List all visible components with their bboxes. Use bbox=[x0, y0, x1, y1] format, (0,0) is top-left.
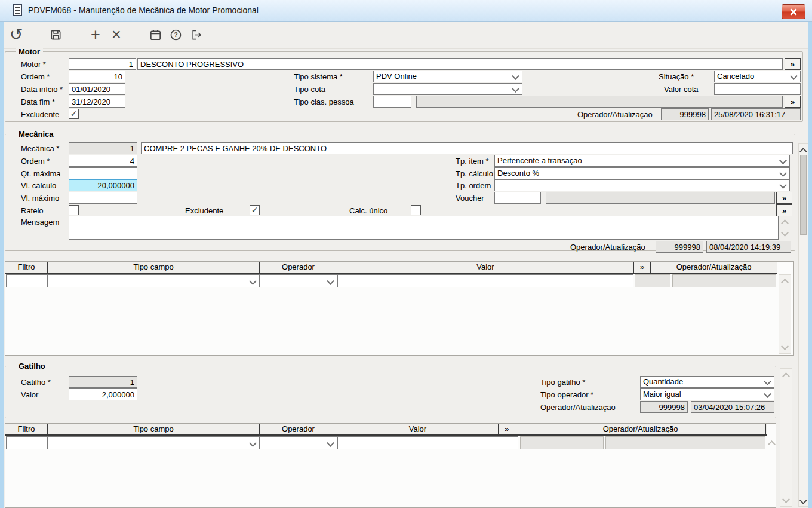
tipo-clas-pessoa-input[interactable] bbox=[373, 96, 411, 108]
mecanica-ordem-label: Ordem * bbox=[21, 157, 50, 166]
operador-cell bbox=[635, 274, 670, 287]
calendar-icon bbox=[149, 28, 162, 42]
scroll-up-icon[interactable] bbox=[781, 279, 789, 286]
tipo-cota-label: Tipo cota bbox=[294, 85, 325, 94]
add-button[interactable]: + bbox=[86, 25, 105, 44]
tipo-sistema-select[interactable]: PDV Online bbox=[373, 71, 522, 82]
tp-ordem-label: Tp. ordem bbox=[456, 181, 491, 190]
mecanica-group-label: Mecânica bbox=[16, 130, 57, 139]
mecanica-ordem-input[interactable] bbox=[69, 155, 137, 167]
filtro-input[interactable] bbox=[6, 274, 48, 287]
gatilho-filter-header: Filtro Tipo campo Operador Valor » Opera… bbox=[5, 424, 767, 436]
operador-select[interactable] bbox=[260, 436, 337, 449]
operador-select[interactable] bbox=[260, 274, 337, 287]
header-operador-atualizacao: Operador/Atualização bbox=[651, 262, 777, 273]
gatilho-region-scrollbar[interactable] bbox=[780, 368, 792, 507]
data-fim-input[interactable] bbox=[69, 96, 125, 108]
delete-button[interactable]: × bbox=[107, 25, 126, 44]
tipo-operador-select[interactable]: Maior igual bbox=[640, 388, 774, 400]
chevron-down-icon bbox=[764, 378, 771, 385]
tipo-operador-label: Tipo operador * bbox=[540, 390, 593, 399]
tipo-gatilho-label: Tipo gatilho * bbox=[540, 378, 585, 387]
qt-maxima-label: Qt. máxima bbox=[21, 169, 60, 178]
chevron-down-icon bbox=[249, 439, 257, 447]
motor-ordem-input[interactable] bbox=[69, 71, 125, 82]
motor-description-input[interactable] bbox=[137, 58, 783, 70]
exit-button[interactable] bbox=[186, 25, 205, 44]
motor-ordem-label: Ordem * bbox=[21, 72, 50, 81]
header-operador: Operador bbox=[260, 424, 337, 434]
scroll-down-icon[interactable] bbox=[799, 497, 807, 504]
header-lookup: » bbox=[499, 424, 515, 434]
filtro-input[interactable] bbox=[6, 436, 48, 449]
gatilho-code-input bbox=[69, 376, 137, 388]
exit-icon bbox=[189, 28, 202, 42]
motor-code-label: Motor * bbox=[21, 60, 46, 69]
gatilho-code-label: Gatilho * bbox=[21, 378, 51, 387]
close-button[interactable] bbox=[782, 4, 805, 19]
qt-maxima-input[interactable] bbox=[69, 167, 137, 179]
data-fim-label: Data fim * bbox=[21, 97, 55, 106]
tp-ordem-select[interactable] bbox=[494, 179, 790, 191]
mecanica-excludente-checkbox[interactable]: ✓ bbox=[250, 205, 260, 215]
mecanica-atualizacao-value bbox=[706, 241, 791, 253]
vl-maximo-input[interactable] bbox=[69, 192, 137, 204]
scroll-down-icon[interactable] bbox=[781, 342, 789, 350]
tipo-clas-pessoa-label: Tipo clas. pessoa bbox=[294, 97, 354, 106]
data-inicio-label: Data início * bbox=[21, 85, 63, 94]
valor-input[interactable] bbox=[337, 436, 518, 449]
save-button[interactable] bbox=[46, 25, 65, 44]
help-button[interactable]: ? bbox=[166, 25, 185, 44]
header-valor: Valor bbox=[337, 424, 499, 434]
header-lookup: » bbox=[634, 262, 651, 273]
mecanica-lookup-button[interactable]: » bbox=[776, 204, 792, 216]
tp-item-label: Tp. item * bbox=[456, 157, 489, 166]
window-title: PDVFM068 - Manutenção de Mecânica de Mot… bbox=[28, 5, 259, 15]
tp-item-select[interactable]: Pertencente a transação bbox=[494, 155, 790, 167]
rateio-checkbox[interactable] bbox=[69, 205, 79, 215]
mecanica-excludente-label: Excludente bbox=[185, 206, 223, 215]
scroll-up-icon[interactable] bbox=[799, 148, 807, 155]
svg-text:?: ? bbox=[174, 31, 177, 38]
tp-calculo-select[interactable]: Desconto % bbox=[494, 167, 790, 179]
motor-operador-value bbox=[661, 108, 709, 120]
mecanica-filter-header: Filtro Tipo campo Operador Valor » Opera… bbox=[5, 262, 777, 274]
valor-cota-input[interactable] bbox=[714, 83, 801, 95]
tipo-campo-select[interactable] bbox=[48, 436, 260, 449]
tipo-campo-select[interactable] bbox=[48, 274, 260, 287]
gatilho-valor-input[interactable] bbox=[69, 388, 137, 400]
mensagem-textarea[interactable] bbox=[69, 216, 779, 240]
voucher-lookup-button[interactable]: » bbox=[776, 192, 792, 204]
situacao-select[interactable]: Cancelado bbox=[714, 71, 801, 82]
atualizacao-cell bbox=[672, 274, 776, 287]
mecanica-filter-scrollbar[interactable] bbox=[779, 274, 791, 354]
calc-unico-label: Calc. único bbox=[349, 206, 387, 215]
calc-unico-checkbox[interactable] bbox=[411, 205, 421, 215]
situacao-label: Situação * bbox=[659, 72, 694, 81]
scrollbar-thumb[interactable] bbox=[800, 155, 807, 235]
main-scrollbar[interactable] bbox=[798, 143, 808, 507]
motor-excludente-checkbox[interactable]: ✓ bbox=[69, 109, 79, 119]
undo-button[interactable]: ↺ bbox=[7, 25, 26, 44]
header-valor: Valor bbox=[337, 262, 634, 273]
data-inicio-input[interactable] bbox=[69, 83, 125, 95]
scroll-down-icon[interactable] bbox=[782, 495, 790, 503]
voucher-input[interactable] bbox=[494, 192, 541, 204]
tipo-cota-select[interactable] bbox=[373, 83, 522, 95]
mecanica-description-input[interactable] bbox=[141, 142, 793, 154]
chevron-down-icon bbox=[512, 72, 519, 80]
header-filtro: Filtro bbox=[5, 424, 48, 434]
gatilho-group-label: Gatilho bbox=[16, 362, 48, 371]
tipo-gatilho-select[interactable]: Quantidade bbox=[640, 376, 774, 388]
vl-calculo-input[interactable] bbox=[69, 179, 137, 191]
motor-lookup-button[interactable]: » bbox=[785, 58, 801, 70]
header-tipo-campo: Tipo campo bbox=[48, 262, 260, 273]
valor-input[interactable] bbox=[337, 274, 633, 287]
header-operador: Operador bbox=[260, 262, 337, 273]
calendar-button[interactable] bbox=[146, 25, 165, 44]
chevron-down-icon bbox=[327, 439, 334, 447]
scroll-up-icon[interactable] bbox=[782, 372, 790, 380]
tp-calculo-label: Tp. cálculo * bbox=[456, 169, 499, 178]
motor-code-input[interactable] bbox=[69, 58, 136, 70]
tipo-clas-pessoa-lookup-button[interactable]: » bbox=[785, 96, 801, 108]
